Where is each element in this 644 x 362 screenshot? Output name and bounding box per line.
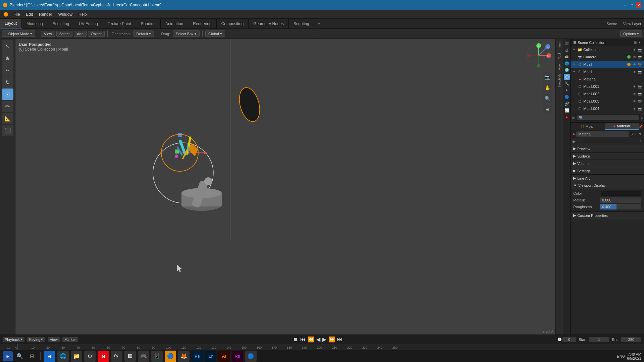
render-icon[interactable]: 📷 (638, 55, 642, 59)
sort-icon[interactable]: ▼ (638, 41, 641, 44)
taskbar-edge[interactable]: e (44, 351, 55, 362)
task-view-button[interactable]: ⊟ (27, 351, 37, 361)
taskbar-rushapp[interactable]: Ru (232, 351, 243, 362)
line-art-header[interactable]: ▶ Line Art (571, 175, 644, 182)
object-props-icon[interactable]: ⬡ (564, 74, 570, 80)
start-button[interactable]: ⊞ (3, 351, 13, 361)
taskbar-app1[interactable]: 🎮 (138, 351, 149, 362)
visibility-icon[interactable]: 👁 (633, 70, 636, 74)
visibility-icon[interactable]: 👁 (633, 63, 636, 66)
props-sort-icon[interactable]: ≡ (641, 116, 643, 120)
render-icon[interactable]: 📷 (638, 100, 642, 103)
annotate-tool[interactable]: ✏ (2, 101, 13, 112)
view-panel-icon[interactable]: View (556, 62, 562, 72)
minimize-button[interactable]: ─ (623, 2, 628, 8)
select-tool[interactable]: ↖ (2, 40, 13, 52)
orientation-selector[interactable]: Default ▾ (133, 31, 154, 37)
collection-row[interactable]: ▼ 📁 Collection 👁 📷 (571, 46, 644, 53)
sketchfab-icon[interactable]: Sketchfab (556, 72, 562, 89)
close-button[interactable]: ✕ (636, 2, 641, 8)
render-icon[interactable]: 📷 (638, 85, 642, 88)
taskbar-app2[interactable]: 📱 (151, 351, 163, 362)
add-workspace-button[interactable]: + (314, 19, 323, 28)
marker-menu[interactable]: Marker (62, 337, 78, 342)
render-icon[interactable]: 📷 (638, 107, 642, 111)
constraints-props-icon[interactable]: 🔗 (564, 101, 570, 107)
mball-row[interactable]: ▼ ⬡ Mball 👁 📷 (571, 61, 644, 68)
view-menu-tl[interactable]: View (48, 337, 60, 342)
taskbar-blender[interactable]: 🔵 (165, 351, 176, 362)
material-row[interactable]: ● Material (571, 75, 644, 83)
render-icon[interactable]: 📷 (638, 92, 642, 96)
taskbar-lightroom[interactable]: Lr (205, 351, 216, 362)
tab-uv-editing[interactable]: UV Editing (74, 19, 103, 28)
particles-props-icon[interactable]: ✦ (564, 87, 570, 93)
modifier-props-icon[interactable]: 🔧 (564, 80, 570, 86)
cursor-tool[interactable]: ⊕ (2, 52, 13, 64)
step-back-btn[interactable]: ⏪ (308, 336, 314, 343)
menu-help[interactable]: Help (76, 11, 90, 17)
measure-tool[interactable]: 📐 (2, 113, 13, 124)
volume-header[interactable]: ▶ Volume (571, 160, 644, 167)
mball002-row[interactable]: ⬡ Mball.002 👁 📷 (571, 90, 644, 98)
tab-geometry-nodes[interactable]: Geometry Nodes (249, 19, 289, 28)
taskbar-app3[interactable]: 🦊 (178, 351, 190, 362)
jump-start-btn[interactable]: ⏮ (300, 337, 306, 343)
visibility-icon[interactable]: 👁 (633, 107, 636, 111)
viewport-camera-view[interactable]: 📷 (543, 72, 552, 82)
tool-panel-icon[interactable]: Tool (556, 51, 562, 61)
custom-properties-header[interactable]: ▶ Custom Properties (571, 212, 644, 219)
viewport-hand[interactable]: ✋ (543, 83, 552, 93)
end-frame-input[interactable]: 250 (621, 337, 641, 342)
play-reverse-btn[interactable]: ◀ (316, 336, 320, 343)
material-filter-icon[interactable]: ▼ (638, 132, 642, 136)
mball-tab[interactable]: ⬡ Mball (571, 123, 605, 130)
menu-window[interactable]: Window (55, 11, 75, 17)
select-menu[interactable]: Select (56, 31, 73, 37)
viewport-rotation-gizmo[interactable]: X Y Z (525, 42, 552, 69)
visibility-icon[interactable]: 👁 (633, 85, 636, 88)
tab-shading[interactable]: Shading (136, 19, 161, 28)
tab-layout[interactable]: Layout (0, 19, 22, 28)
color-value[interactable] (600, 191, 641, 196)
tab-rendering[interactable]: Rendering (188, 19, 216, 28)
taskbar-photoshop[interactable]: Ps (192, 351, 203, 362)
preview-header[interactable]: ▶ Preview (571, 145, 644, 152)
add-cube-tool[interactable]: ⬛ (2, 125, 13, 136)
move-tool[interactable]: ↔ (2, 64, 13, 76)
visibility-icon[interactable]: 👁 (633, 55, 636, 59)
metallic-value[interactable]: 0.000 (600, 197, 641, 203)
render-props-icon[interactable]: 🎥 (564, 40, 570, 46)
visibility-icon[interactable]: 👁 (633, 48, 636, 52)
tab-scripting[interactable]: Scripting (289, 19, 314, 28)
mball-child-row[interactable]: ▼ ⬡ Mball 👁 📷 (571, 68, 644, 75)
render-icon[interactable]: 📷 (638, 70, 642, 74)
camera-row[interactable]: 📷 Camera 👁 📷 (571, 53, 644, 61)
current-frame-input[interactable]: 0 (562, 337, 576, 342)
material-props-icon[interactable]: ● (564, 114, 570, 120)
tab-sculpting[interactable]: Sculpting (48, 19, 74, 28)
taskbar-illustrator[interactable]: Ai (218, 351, 230, 362)
item-panel-icon[interactable]: Item (556, 40, 562, 50)
scale-tool[interactable]: ⊡ (2, 88, 13, 100)
keyframe-icon[interactable]: ⏺ (293, 337, 298, 343)
mball004-row[interactable]: ⬡ Mball.004 👁 📷 (571, 105, 644, 112)
pin-icon[interactable]: 📌 (639, 125, 643, 128)
play-btn[interactable]: ▶ (322, 336, 326, 343)
tab-compositing[interactable]: Compositing (217, 19, 249, 28)
tab-animation[interactable]: Animation (161, 19, 188, 28)
data-props-icon[interactable]: 📊 (564, 107, 570, 113)
render-icon[interactable]: 📷 (638, 48, 642, 52)
output-props-icon[interactable]: 🖨 (564, 47, 570, 53)
playback-menu[interactable]: Playback ▾ (3, 337, 24, 342)
render-icon[interactable]: 📷 (638, 63, 642, 66)
drag-selector[interactable]: Select Box ▾ (173, 31, 200, 37)
mode-selector[interactable]: □ Object Mode ▾ (2, 31, 35, 37)
filter-icon[interactable]: ⊞ (634, 41, 637, 44)
taskbar-netflix[interactable]: N (98, 351, 109, 362)
search-input[interactable] (577, 115, 639, 120)
jump-end-btn[interactable]: ⏭ (337, 337, 342, 343)
props-filter-icon[interactable]: ⊞ (572, 116, 575, 120)
start-frame-input[interactable]: 1 (589, 337, 609, 342)
rotate-tool[interactable]: ↻ (2, 76, 13, 88)
